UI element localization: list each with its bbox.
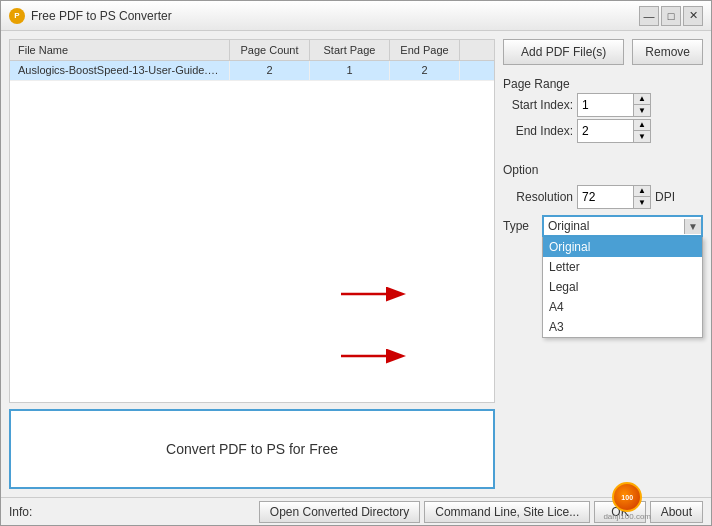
- end-index-spinner[interactable]: ▲ ▼: [577, 119, 651, 143]
- maximize-button[interactable]: □: [661, 6, 681, 26]
- dropdown-item-a4[interactable]: A4: [543, 297, 702, 317]
- resolution-label: Resolution: [503, 190, 573, 204]
- type-dropdown-arrow: ▼: [684, 219, 701, 234]
- end-index-spin-btns: ▲ ▼: [633, 120, 650, 142]
- cell-startpage: 1: [310, 61, 390, 80]
- main-content: File Name Page Count Start Page End Page…: [1, 31, 711, 497]
- status-info-label: Info:: [9, 505, 32, 519]
- title-bar: P Free PDF to PS Converter — □ ✕: [1, 1, 711, 31]
- status-bar: Info: Open Converted Directory Command L…: [1, 497, 711, 525]
- end-index-label: End Index:: [503, 124, 573, 138]
- end-index-input[interactable]: [578, 120, 633, 142]
- cell-pagecount: 2: [230, 61, 310, 80]
- open-directory-button[interactable]: Open Converted Directory: [259, 501, 420, 523]
- col-header-pagecount: Page Count: [230, 40, 310, 60]
- command-line-button[interactable]: Command Line, Site Lice...: [424, 501, 590, 523]
- start-index-down[interactable]: ▼: [634, 105, 650, 116]
- type-label: Type: [503, 219, 538, 233]
- file-table: File Name Page Count Start Page End Page…: [9, 39, 495, 403]
- remove-button[interactable]: Remove: [632, 39, 703, 65]
- end-index-row: End Index: ▲ ▼: [503, 119, 703, 143]
- type-dropdown-list: Original Letter Legal A4 A3: [542, 237, 703, 338]
- start-index-up[interactable]: ▲: [634, 94, 650, 105]
- start-index-spin-btns: ▲ ▼: [633, 94, 650, 116]
- col-header-filename: File Name: [10, 40, 230, 60]
- dropdown-item-original[interactable]: Original: [543, 237, 702, 257]
- type-row: Type Original ▼ Original Letter Legal A4: [503, 215, 703, 237]
- resolution-down[interactable]: ▼: [634, 197, 650, 208]
- minimize-button[interactable]: —: [639, 6, 659, 26]
- window-controls: — □ ✕: [639, 6, 703, 26]
- page-range-section: Page Range Start Index: ▲ ▼ End Index:: [503, 73, 703, 143]
- resolution-spinner[interactable]: ▲ ▼: [577, 185, 651, 209]
- dropdown-item-letter[interactable]: Letter: [543, 257, 702, 277]
- start-index-row: Start Index: ▲ ▼: [503, 93, 703, 117]
- type-dropdown[interactable]: Original ▼: [542, 215, 703, 237]
- dropdown-item-legal[interactable]: Legal: [543, 277, 702, 297]
- table-row[interactable]: Auslogics-BoostSpeed-13-User-Guide.pdf 2…: [10, 61, 494, 81]
- cell-filename: Auslogics-BoostSpeed-13-User-Guide.pdf: [10, 61, 230, 80]
- main-window: P Free PDF to PS Converter — □ ✕ File Na…: [0, 0, 712, 526]
- window-title: Free PDF to PS Converter: [31, 9, 639, 23]
- dropdown-item-a3[interactable]: A3: [543, 317, 702, 337]
- option-section: Option Resolution ▲ ▼ DPI Type: [503, 159, 703, 237]
- table-header: File Name Page Count Start Page End Page: [10, 40, 494, 61]
- end-index-down[interactable]: ▼: [634, 131, 650, 142]
- resolution-up[interactable]: ▲: [634, 186, 650, 197]
- option-label: Option: [503, 163, 703, 177]
- resolution-spin-btns: ▲ ▼: [633, 186, 650, 208]
- table-body: Auslogics-BoostSpeed-13-User-Guide.pdf 2…: [10, 61, 494, 402]
- watermark: 100 danji100.com: [603, 482, 651, 521]
- resolution-row: Resolution ▲ ▼ DPI: [503, 185, 703, 209]
- start-index-label: Start Index:: [503, 98, 573, 112]
- page-range-label: Page Range: [503, 77, 703, 91]
- col-header-startpage: Start Page: [310, 40, 390, 60]
- convert-button-label: Convert PDF to PS for Free: [166, 441, 338, 457]
- right-panel: Add PDF File(s) Remove Page Range Start …: [503, 39, 703, 489]
- about-button[interactable]: About: [650, 501, 703, 523]
- start-index-input[interactable]: [578, 94, 633, 116]
- watermark-circle: 100: [612, 482, 642, 512]
- app-icon: P: [9, 8, 25, 24]
- resolution-input[interactable]: [578, 186, 633, 208]
- file-buttons: Add PDF File(s) Remove: [503, 39, 703, 65]
- type-selected-value: Original: [548, 219, 684, 233]
- cell-endpage: 2: [390, 61, 460, 80]
- watermark-label: danji100.com: [603, 512, 651, 521]
- type-dropdown-wrapper: Original ▼ Original Letter Legal A4 A3: [542, 215, 703, 237]
- end-index-up[interactable]: ▲: [634, 120, 650, 131]
- dpi-label: DPI: [655, 190, 675, 204]
- add-pdf-button[interactable]: Add PDF File(s): [503, 39, 624, 65]
- start-index-spinner[interactable]: ▲ ▼: [577, 93, 651, 117]
- close-button[interactable]: ✕: [683, 6, 703, 26]
- left-panel: File Name Page Count Start Page End Page…: [9, 39, 495, 489]
- watermark-icon: 100: [621, 494, 633, 501]
- col-header-endpage: End Page: [390, 40, 460, 60]
- convert-button[interactable]: Convert PDF to PS for Free: [9, 409, 495, 489]
